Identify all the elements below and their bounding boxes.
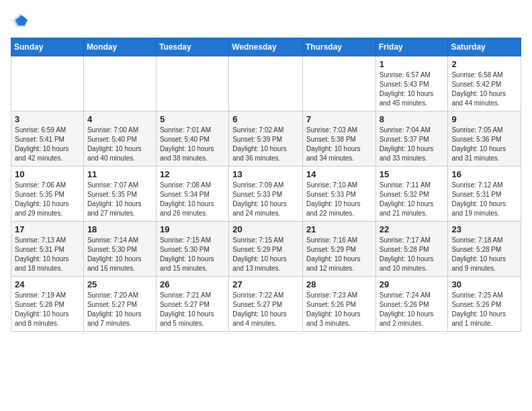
week-row-3: 10Sunrise: 7:06 AM Sunset: 5:35 PM Dayli… — [11, 167, 521, 222]
day-info: Sunrise: 7:25 AM Sunset: 5:26 PM Dayligh… — [451, 291, 517, 328]
day-cell: 20Sunrise: 7:15 AM Sunset: 5:29 PM Dayli… — [229, 222, 303, 277]
logo-icon — [11, 11, 30, 30]
day-cell: 8Sunrise: 7:04 AM Sunset: 5:37 PM Daylig… — [375, 111, 448, 167]
day-number: 17 — [15, 224, 80, 234]
day-number: 16 — [451, 169, 517, 179]
day-info: Sunrise: 7:12 AM Sunset: 5:31 PM Dayligh… — [451, 181, 517, 218]
day-cell: 2Sunrise: 6:58 AM Sunset: 5:42 PM Daylig… — [448, 56, 521, 111]
day-number: 6 — [232, 114, 299, 124]
day-number: 15 — [380, 169, 445, 179]
day-info: Sunrise: 7:04 AM Sunset: 5:37 PM Dayligh… — [380, 126, 445, 163]
day-number: 23 — [451, 224, 517, 234]
header-sunday: Sunday — [11, 38, 84, 56]
day-number: 20 — [232, 224, 299, 234]
week-row-2: 3Sunrise: 6:59 AM Sunset: 5:41 PM Daylig… — [11, 111, 521, 167]
day-info: Sunrise: 7:13 AM Sunset: 5:31 PM Dayligh… — [15, 236, 80, 273]
day-number: 22 — [380, 224, 445, 234]
header-row: SundayMondayTuesdayWednesdayThursdayFrid… — [11, 38, 521, 56]
day-info: Sunrise: 7:02 AM Sunset: 5:39 PM Dayligh… — [232, 126, 299, 163]
day-cell — [11, 56, 84, 111]
day-cell — [83, 56, 156, 111]
day-info: Sunrise: 7:18 AM Sunset: 5:28 PM Dayligh… — [451, 236, 517, 273]
day-info: Sunrise: 7:24 AM Sunset: 5:26 PM Dayligh… — [380, 291, 445, 328]
day-cell — [302, 56, 375, 111]
day-info: Sunrise: 7:10 AM Sunset: 5:33 PM Dayligh… — [306, 181, 372, 218]
day-number: 12 — [160, 169, 225, 179]
day-cell: 16Sunrise: 7:12 AM Sunset: 5:31 PM Dayli… — [448, 167, 521, 222]
day-cell: 18Sunrise: 7:14 AM Sunset: 5:30 PM Dayli… — [83, 222, 156, 277]
day-cell: 28Sunrise: 7:23 AM Sunset: 5:26 PM Dayli… — [302, 277, 375, 332]
day-cell — [156, 56, 228, 111]
day-cell: 15Sunrise: 7:11 AM Sunset: 5:32 PM Dayli… — [375, 167, 448, 222]
day-info: Sunrise: 7:14 AM Sunset: 5:30 PM Dayligh… — [87, 236, 152, 273]
day-number: 8 — [380, 114, 445, 124]
day-number: 30 — [451, 279, 517, 289]
day-info: Sunrise: 7:22 AM Sunset: 5:27 PM Dayligh… — [232, 291, 299, 328]
day-number: 26 — [160, 279, 225, 289]
day-cell: 27Sunrise: 7:22 AM Sunset: 5:27 PM Dayli… — [229, 277, 303, 332]
day-cell: 26Sunrise: 7:21 AM Sunset: 5:27 PM Dayli… — [156, 277, 228, 332]
day-number: 2 — [451, 59, 517, 69]
week-row-1: 1Sunrise: 6:57 AM Sunset: 5:43 PM Daylig… — [11, 56, 521, 111]
day-number: 21 — [306, 224, 372, 234]
day-cell — [229, 56, 303, 111]
day-number: 28 — [306, 279, 372, 289]
day-info: Sunrise: 7:16 AM Sunset: 5:29 PM Dayligh… — [306, 236, 372, 273]
day-cell: 7Sunrise: 7:03 AM Sunset: 5:38 PM Daylig… — [302, 111, 375, 167]
day-number: 18 — [87, 224, 152, 234]
day-number: 24 — [15, 279, 80, 289]
day-number: 1 — [380, 59, 445, 69]
day-cell: 5Sunrise: 7:01 AM Sunset: 5:40 PM Daylig… — [156, 111, 228, 167]
day-cell: 6Sunrise: 7:02 AM Sunset: 5:39 PM Daylig… — [229, 111, 303, 167]
day-number: 11 — [87, 169, 152, 179]
day-cell: 22Sunrise: 7:17 AM Sunset: 5:28 PM Dayli… — [375, 222, 448, 277]
day-cell: 13Sunrise: 7:09 AM Sunset: 5:33 PM Dayli… — [229, 167, 303, 222]
day-cell: 30Sunrise: 7:25 AM Sunset: 5:26 PM Dayli… — [448, 277, 521, 332]
day-info: Sunrise: 7:11 AM Sunset: 5:32 PM Dayligh… — [380, 181, 445, 218]
day-info: Sunrise: 7:01 AM Sunset: 5:40 PM Dayligh… — [160, 126, 225, 163]
day-cell: 25Sunrise: 7:20 AM Sunset: 5:27 PM Dayli… — [83, 277, 156, 332]
day-info: Sunrise: 7:21 AM Sunset: 5:27 PM Dayligh… — [160, 291, 225, 328]
day-info: Sunrise: 7:03 AM Sunset: 5:38 PM Dayligh… — [306, 126, 372, 163]
day-number: 9 — [451, 114, 517, 124]
day-number: 10 — [15, 169, 80, 179]
header-wednesday: Wednesday — [229, 38, 303, 56]
day-cell: 10Sunrise: 7:06 AM Sunset: 5:35 PM Dayli… — [11, 167, 84, 222]
day-cell: 19Sunrise: 7:15 AM Sunset: 5:30 PM Dayli… — [156, 222, 228, 277]
day-info: Sunrise: 7:17 AM Sunset: 5:28 PM Dayligh… — [380, 236, 445, 273]
day-number: 14 — [306, 169, 372, 179]
day-info: Sunrise: 7:20 AM Sunset: 5:27 PM Dayligh… — [87, 291, 152, 328]
day-cell: 14Sunrise: 7:10 AM Sunset: 5:33 PM Dayli… — [302, 167, 375, 222]
day-cell: 29Sunrise: 7:24 AM Sunset: 5:26 PM Dayli… — [375, 277, 448, 332]
day-cell: 12Sunrise: 7:08 AM Sunset: 5:34 PM Dayli… — [156, 167, 228, 222]
day-cell: 11Sunrise: 7:07 AM Sunset: 5:35 PM Dayli… — [83, 167, 156, 222]
week-row-5: 24Sunrise: 7:19 AM Sunset: 5:28 PM Dayli… — [11, 277, 521, 332]
page-header — [11, 11, 521, 30]
day-info: Sunrise: 7:08 AM Sunset: 5:34 PM Dayligh… — [160, 181, 225, 218]
day-cell: 24Sunrise: 7:19 AM Sunset: 5:28 PM Dayli… — [11, 277, 84, 332]
day-info: Sunrise: 7:23 AM Sunset: 5:26 PM Dayligh… — [306, 291, 372, 328]
day-info: Sunrise: 7:15 AM Sunset: 5:30 PM Dayligh… — [160, 236, 225, 273]
day-info: Sunrise: 6:59 AM Sunset: 5:41 PM Dayligh… — [15, 126, 80, 163]
day-number: 5 — [160, 114, 225, 124]
day-info: Sunrise: 7:15 AM Sunset: 5:29 PM Dayligh… — [232, 236, 299, 273]
day-info: Sunrise: 7:00 AM Sunset: 5:40 PM Dayligh… — [87, 126, 152, 163]
day-info: Sunrise: 7:19 AM Sunset: 5:28 PM Dayligh… — [15, 291, 80, 328]
day-cell: 21Sunrise: 7:16 AM Sunset: 5:29 PM Dayli… — [302, 222, 375, 277]
header-monday: Monday — [83, 38, 156, 56]
day-number: 4 — [87, 114, 152, 124]
day-cell: 9Sunrise: 7:05 AM Sunset: 5:36 PM Daylig… — [448, 111, 521, 167]
day-info: Sunrise: 7:09 AM Sunset: 5:33 PM Dayligh… — [232, 181, 299, 218]
logo — [11, 11, 32, 30]
day-cell: 3Sunrise: 6:59 AM Sunset: 5:41 PM Daylig… — [11, 111, 84, 167]
day-cell: 1Sunrise: 6:57 AM Sunset: 5:43 PM Daylig… — [375, 56, 448, 111]
day-info: Sunrise: 6:57 AM Sunset: 5:43 PM Dayligh… — [380, 71, 445, 108]
day-number: 29 — [380, 279, 445, 289]
day-info: Sunrise: 7:07 AM Sunset: 5:35 PM Dayligh… — [87, 181, 152, 218]
header-saturday: Saturday — [448, 38, 521, 56]
header-friday: Friday — [375, 38, 448, 56]
calendar-table: SundayMondayTuesdayWednesdayThursdayFrid… — [11, 38, 521, 332]
week-row-4: 17Sunrise: 7:13 AM Sunset: 5:31 PM Dayli… — [11, 222, 521, 277]
day-number: 3 — [15, 114, 80, 124]
header-thursday: Thursday — [302, 38, 375, 56]
